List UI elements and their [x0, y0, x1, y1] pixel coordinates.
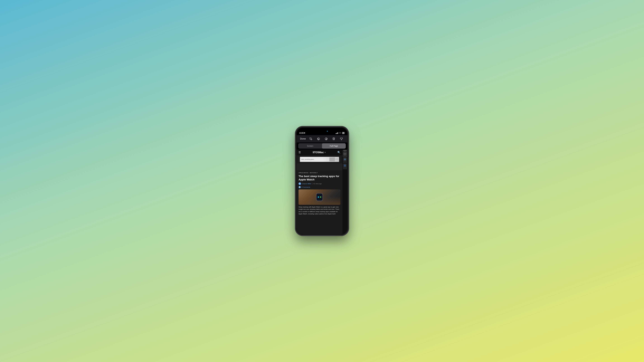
- mini-bar-4: [344, 164, 346, 165]
- watch-dot-cyan: [318, 196, 319, 198]
- article-body: Sleep tracking with Apple Watch is a gre…: [298, 206, 340, 215]
- trash-button[interactable]: [331, 136, 336, 141]
- watch-dot-green: [320, 196, 321, 198]
- battery-level: 28: [342, 132, 344, 134]
- mini-img-2: [344, 165, 346, 166]
- content-area: ☰ 9TO5Mac ▾ 🔍 Hello, something great... …: [296, 149, 348, 234]
- site-logo: 9TO5Mac ▾: [313, 151, 326, 154]
- search-icon[interactable]: 🔍: [337, 151, 340, 154]
- author-name[interactable]: Chance Miller: [302, 183, 311, 184]
- comments-text: 0 Comments: [302, 186, 310, 188]
- scroll-thumb-active[interactable]: [343, 150, 347, 157]
- comments-icon: 💬: [298, 186, 301, 188]
- mini-bar-2: [344, 160, 346, 161]
- crop-button[interactable]: [308, 136, 313, 141]
- mini-bar-5: [344, 167, 346, 167]
- scroll-thumb-2[interactable]: [343, 158, 347, 163]
- signal-bar-3: [337, 133, 337, 134]
- status-icons: 28: [336, 132, 345, 134]
- phone-device: 4:15 ▶ 28: [296, 126, 348, 236]
- dynamic-island-dot: [327, 131, 328, 132]
- article-image-inner: [298, 189, 340, 205]
- scroll-sidebar: [342, 149, 348, 234]
- ad-badge: AD: [336, 158, 338, 160]
- tab-screen[interactable]: Screen: [298, 143, 322, 149]
- article-meta: C Chance Miller | 41 mins ago: [298, 182, 340, 185]
- screenshot-toolbar: Done: [296, 135, 348, 142]
- undo-button[interactable]: [316, 136, 321, 141]
- signal-icon: [336, 132, 338, 134]
- ad-image: [330, 157, 335, 161]
- ad-banner: Hello, something great... AD: [298, 156, 340, 162]
- ad-banner-inner: Hello, something great... AD: [300, 157, 339, 162]
- site-header: ☰ 9TO5Mac ▾ 🔍: [296, 149, 342, 155]
- article-image: [298, 189, 340, 205]
- undo-icon: [317, 137, 320, 140]
- comments-link[interactable]: 💬 0 Comments: [298, 186, 340, 188]
- thumb-bar-4: [344, 155, 346, 156]
- watch-dots: [318, 196, 321, 198]
- mini-bar-3: [344, 161, 346, 161]
- location-arrow-icon: ▶: [304, 132, 305, 134]
- signal-bar-4: [338, 132, 338, 134]
- watch-face: [316, 193, 323, 201]
- done-button[interactable]: Done: [300, 137, 306, 140]
- mini-img-1: [344, 159, 346, 160]
- dynamic-island: [315, 129, 329, 133]
- signal-bar-2: [336, 133, 337, 134]
- screenshot-tabs: Screen Full Page: [298, 143, 346, 149]
- wifi-icon: [339, 132, 341, 134]
- site-name: 9TO5Mac: [313, 151, 324, 154]
- site-logo-chevron-icon: ▾: [325, 151, 326, 153]
- webpage-content: ☰ 9TO5Mac ▾ 🔍 Hello, something great... …: [296, 149, 342, 234]
- thumb-bar-2: [344, 151, 346, 152]
- article-title: The best sleep tracking apps for Apple W…: [298, 175, 340, 181]
- article-content: APPLE WATCH WATCHOS 7 The best sleep tra…: [296, 170, 342, 234]
- article-time: 41 mins ago: [313, 183, 322, 184]
- thumb-bar-3: [344, 152, 346, 152]
- battery-icon: 28: [342, 132, 345, 134]
- thumb-bar-1: [344, 151, 346, 151]
- article-tags: APPLE WATCH WATCHOS 7: [298, 172, 340, 173]
- scroll-thumb-3[interactable]: [343, 164, 347, 169]
- trash-icon: [332, 137, 335, 140]
- time-display: 4:15: [299, 132, 304, 134]
- status-time: 4:15 ▶: [299, 132, 305, 134]
- signal-bar-1: [336, 133, 336, 134]
- hero-image-area: [296, 163, 342, 170]
- tab-full-page[interactable]: Full Page: [322, 143, 346, 149]
- watch-screen: [317, 194, 322, 200]
- crop-icon: [309, 137, 312, 140]
- author-avatar: C: [298, 182, 301, 185]
- tag-apple-watch[interactable]: APPLE WATCH: [298, 172, 308, 173]
- scroll-thumb-inner: [343, 151, 347, 157]
- redo-icon: [325, 137, 328, 140]
- ad-text: Hello, something great...: [301, 159, 330, 160]
- hamburger-icon[interactable]: ☰: [298, 151, 301, 154]
- thumb-bar-5: [344, 156, 346, 156]
- phone-screen: 4:15 ▶ 28: [296, 128, 348, 234]
- tag-watchos[interactable]: WATCHOS 7: [310, 172, 318, 173]
- meta-separator: |: [312, 183, 312, 184]
- mini-bar-1: [344, 158, 346, 158]
- share-icon: [340, 137, 343, 140]
- thumb-image: [344, 152, 346, 155]
- redo-button[interactable]: [324, 136, 329, 141]
- share-button[interactable]: [339, 136, 344, 141]
